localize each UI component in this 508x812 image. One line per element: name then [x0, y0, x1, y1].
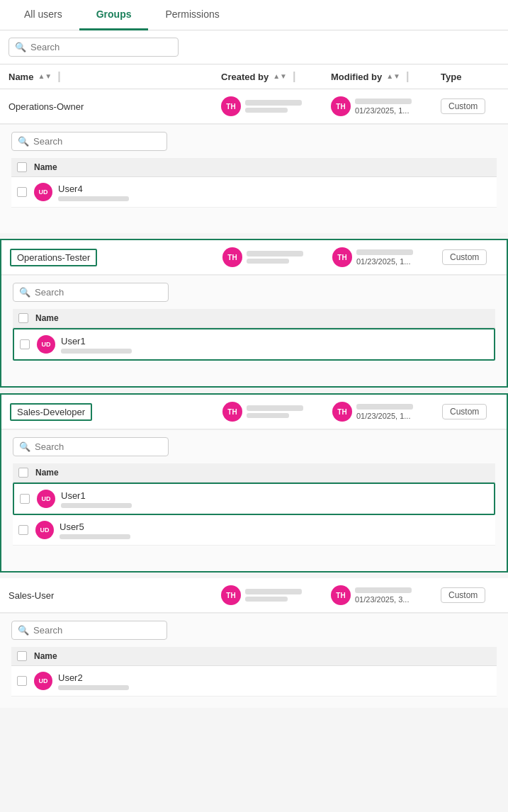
tabs-bar: All users Groups Permissions: [0, 0, 508, 30]
user5-name: User5: [60, 521, 130, 532]
panel-search-operations-owner[interactable]: 🔍: [11, 132, 167, 151]
panel-header: Name: [13, 463, 495, 483]
user2-avatar: UD: [34, 672, 52, 690]
group-modified-operations-tester: TH 01/23/2025, 1...: [332, 247, 442, 267]
group-created-operations-owner: TH: [221, 96, 331, 116]
user4-email-blur: [58, 196, 129, 201]
type-badge: Custom: [442, 404, 487, 419]
modified-date: 01/23/2025, 1...: [356, 257, 413, 266]
panel-search-input[interactable]: [35, 287, 162, 298]
user2-name: User2: [58, 672, 129, 683]
panel-search-input[interactable]: [33, 136, 161, 147]
user1-avatar: UD: [37, 490, 55, 508]
modified-info: 01/23/2025, 1...: [355, 98, 412, 115]
spacer: [11, 208, 497, 222]
global-search-input[interactable]: [30, 42, 172, 52]
global-search-bar: 🔍: [0, 30, 508, 64]
group-modified-sales-user: TH 01/23/2025, 3...: [331, 585, 441, 605]
user1-name: User1: [61, 336, 132, 346]
group-section-operations-owner: Operations-Owner TH TH 01/23/2025, 1... …: [0, 89, 508, 233]
panel-row-user2[interactable]: UD User2: [11, 666, 497, 697]
modified-name-blur: [355, 587, 412, 593]
panel-row-user4[interactable]: UD User4: [11, 177, 497, 208]
col-header-modified: Modified by ▲▼ |: [331, 70, 441, 83]
tab-all-users[interactable]: All users: [7, 0, 79, 30]
user1-name: User1: [61, 490, 132, 501]
user2-email-blur: [58, 685, 129, 690]
created-email-blur: [245, 597, 288, 602]
col-header-type: Type: [441, 72, 499, 82]
created-email-blur: [245, 108, 288, 113]
created-info: [245, 589, 302, 602]
user5-checkbox[interactable]: [18, 525, 28, 535]
user4-name: User4: [58, 184, 129, 194]
tab-groups[interactable]: Groups: [79, 0, 149, 30]
modified-info: 01/23/2025, 1...: [356, 249, 413, 266]
modified-info: 01/23/2025, 3...: [355, 587, 412, 604]
select-all-checkbox[interactable]: [17, 162, 27, 172]
user1-avatar: UD: [37, 335, 55, 354]
panel-row-user5[interactable]: UD User5: [13, 515, 495, 546]
panel-search-input[interactable]: [33, 625, 161, 636]
global-search-box[interactable]: 🔍: [9, 38, 179, 57]
created-avatar: TH: [221, 585, 241, 605]
sort-created-icon[interactable]: ▲▼: [273, 74, 287, 79]
type-badge: Custom: [441, 587, 485, 603]
expanded-panel-sales-user: 🔍 Name UD User2: [0, 613, 508, 708]
group-created-sales-user: TH: [221, 585, 331, 605]
group-row-sales-user[interactable]: Sales-User TH TH 01/23/2025, 3... Custom: [0, 578, 508, 613]
created-avatar: TH: [222, 247, 242, 267]
created-avatar: TH: [221, 96, 241, 116]
panel-search-sales-user[interactable]: 🔍: [11, 621, 167, 640]
user1-checkbox[interactable]: [20, 494, 30, 504]
user1-email-blur: [61, 349, 132, 354]
user2-details: User2: [58, 672, 129, 690]
panel-row-user1-tester[interactable]: UD User1: [13, 328, 495, 361]
table-header: Name ▲▼ | Created by ▲▼ | Modified by ▲▼…: [0, 64, 508, 89]
panel-search-operations-tester[interactable]: 🔍: [13, 283, 169, 302]
modified-date: 01/23/2025, 1...: [356, 412, 413, 420]
group-row-operations-tester[interactable]: Operations-Tester TH TH 01/23/2025, 1...…: [1, 240, 507, 275]
group-section-sales-user: Sales-User TH TH 01/23/2025, 3... Custom…: [0, 578, 508, 708]
user1-email-blur: [61, 503, 132, 508]
group-name-operations-owner: Operations-Owner: [9, 101, 221, 112]
panel-search-input[interactable]: [35, 441, 162, 452]
group-created-operations-tester: TH: [222, 247, 332, 267]
group-row-sales-developer[interactable]: Sales-Developer TH TH 01/23/2025, 1... C…: [1, 395, 507, 429]
created-info: [247, 251, 303, 264]
sort-name-icon[interactable]: ▲▼: [38, 74, 52, 79]
created-name-blur: [247, 405, 303, 411]
created-info: [245, 100, 302, 113]
user1-checkbox[interactable]: [20, 339, 30, 349]
modified-avatar: TH: [331, 585, 351, 605]
panel-row-user1-dev[interactable]: UD User1: [13, 483, 495, 515]
group-type-operations-owner: Custom: [441, 98, 499, 114]
user5-email-blur: [60, 534, 130, 539]
modified-avatar: TH: [331, 96, 351, 116]
panel-search-sales-developer[interactable]: 🔍: [13, 437, 169, 456]
user2-checkbox[interactable]: [17, 676, 27, 686]
user5-avatar: UD: [35, 521, 54, 539]
search-icon: 🔍: [15, 42, 26, 52]
created-info: [247, 405, 303, 418]
select-all-checkbox[interactable]: [17, 651, 27, 661]
select-all-checkbox[interactable]: [18, 313, 28, 323]
type-badge: Custom: [442, 249, 487, 265]
group-type-sales-user: Custom: [441, 587, 499, 603]
modified-name-blur: [356, 249, 413, 255]
group-section-operations-tester: Operations-Tester TH TH 01/23/2025, 1...…: [0, 239, 508, 388]
modified-avatar: TH: [332, 247, 352, 267]
group-name-sales-user: Sales-User: [9, 590, 221, 601]
panel-header: Name: [13, 309, 495, 328]
sort-modified-icon[interactable]: ▲▼: [386, 74, 400, 79]
user4-checkbox[interactable]: [17, 187, 27, 197]
select-all-checkbox[interactable]: [18, 468, 28, 478]
tab-permissions[interactable]: Permissions: [148, 0, 236, 30]
panel-search-icon: 🔍: [19, 287, 30, 298]
spacer: [13, 361, 495, 375]
created-name-blur: [247, 251, 303, 256]
group-row-operations-owner[interactable]: Operations-Owner TH TH 01/23/2025, 1... …: [0, 89, 508, 124]
expanded-panel-operations-owner: 🔍 Name UD User4: [0, 124, 508, 233]
expanded-panel-operations-tester: 🔍 Name UD User1: [1, 275, 507, 386]
created-name-blur: [245, 100, 302, 106]
